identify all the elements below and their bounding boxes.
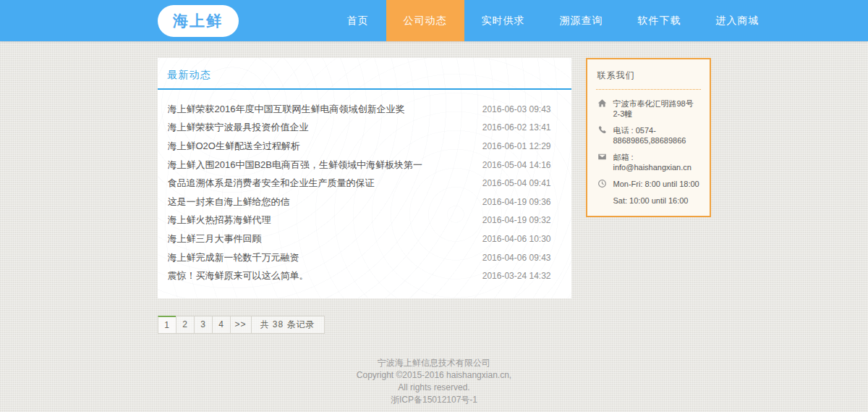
contact-phone-row: 电话 : 0574-88689865,88689866 [596, 125, 701, 146]
news-item-date: 2016-06-01 12:29 [482, 141, 551, 151]
news-item-date: 2016-06-03 09:43 [482, 104, 551, 114]
footer-copyright: Copyright ©2015-2016 haishangxian.cn, [0, 369, 868, 382]
news-item-title[interactable]: 海上鲜O2O生鲜配送全过程解析 [168, 140, 300, 153]
right-column: 联系我们 宁波市奉化汇明路98号2-3幢 电话 : 0574-88689865,… [586, 58, 711, 217]
navbar-inner: 海上鲜 首页 公司动态 实时供求 溯源查询 软件下载 进入商城 [158, 0, 711, 41]
contact-address-row: 宁波市奉化汇明路98号2-3幢 [596, 98, 701, 119]
news-item-title[interactable]: 海上鲜三月大事件回顾 [168, 232, 262, 245]
news-list-item[interactable]: 海上鲜入围2016中国B2B电商百强，生鲜领域中海鲜板块第一 2016-05-0… [158, 156, 571, 175]
news-item-date: 2016-05-04 14:16 [482, 160, 551, 170]
pagination: 1 2 3 4 >> 共 38 条记录 [158, 316, 571, 334]
left-column: 最新动态 海上鲜荣获2016年度中国互联网生鲜电商领域创新企业奖 2016-06… [158, 58, 571, 334]
nav-item-software-download[interactable]: 软件下载 [621, 0, 699, 41]
nav-item-traceability[interactable]: 溯源查询 [542, 0, 621, 41]
news-item-title[interactable]: 海上鲜入围2016中国B2B电商百强，生鲜领域中海鲜板块第一 [168, 159, 423, 172]
contact-phone: 电话 : 0574-88689865,88689866 [613, 125, 701, 146]
news-item-title[interactable]: 这是一封来自海上鲜给您的信 [168, 196, 290, 209]
phone-icon [597, 125, 608, 135]
news-item-date: 2016-04-19 09:36 [482, 197, 551, 207]
page-button-1[interactable]: 1 [158, 316, 176, 334]
contact-hours-row: Mon-Fri: 8:00 until 18:00 [596, 179, 701, 189]
news-item-date: 2016-04-06 09:43 [482, 253, 551, 263]
news-list-item[interactable]: 海上鲜火热招募海鲜代理 2016-04-19 09:32 [158, 211, 571, 230]
contact-address: 宁波市奉化汇明路98号2-3幢 [613, 98, 701, 119]
logo[interactable]: 海上鲜 [158, 5, 239, 37]
footer-rights: All rights reserved. [0, 382, 868, 394]
logo-text: 海上鲜 [173, 11, 223, 31]
news-list: 海上鲜荣获2016年度中国互联网生鲜电商领域创新企业奖 2016-06-03 0… [158, 90, 571, 285]
news-item-title[interactable]: 海上鲜荣获2016年度中国互联网生鲜电商领域创新企业奖 [168, 103, 405, 116]
nav-item-enter-mall[interactable]: 进入商城 [699, 0, 777, 41]
news-item-title[interactable]: 震惊！买海鲜原来可以这么简单。 [168, 269, 309, 282]
news-card-header: 最新动态 [158, 58, 571, 90]
news-list-item[interactable]: 这是一封来自海上鲜给您的信 2016-04-19 09:36 [158, 193, 571, 211]
news-list-item[interactable]: 海上鲜O2O生鲜配送全过程解析 2016-06-01 12:29 [158, 137, 571, 156]
news-list-item[interactable]: 海上鲜荣获宁波最具投资价值企业 2016-06-02 13:41 [158, 119, 571, 138]
top-navbar: 海上鲜 首页 公司动态 实时供求 溯源查询 软件下载 进入商城 [0, 0, 868, 41]
nav-item-home[interactable]: 首页 [330, 0, 386, 41]
news-card: 最新动态 海上鲜荣获2016年度中国互联网生鲜电商领域创新企业奖 2016-06… [158, 58, 571, 298]
content-container: 最新动态 海上鲜荣获2016年度中国互联网生鲜电商领域创新企业奖 2016-06… [158, 58, 711, 334]
footer-icp-license: 浙ICP备15012107号-1 [0, 394, 868, 406]
footer-company-name: 宁波海上鲜信息技术有限公司 [0, 357, 868, 369]
nav-item-company-news[interactable]: 公司动态 [386, 0, 464, 41]
contact-hours-weekday: Mon-Fri: 8:00 until 18:00 [613, 179, 699, 189]
news-list-item[interactable]: 震惊！买海鲜原来可以这么简单。 2016-03-24 14:32 [158, 266, 571, 285]
page-button-4[interactable]: 4 [212, 316, 231, 334]
page-footer: 宁波海上鲜信息技术有限公司 Copyright ©2015-2016 haish… [0, 357, 868, 406]
contact-email: 邮箱 : info@haishangxian.cn [613, 152, 701, 172]
news-item-date: 2016-04-06 10:30 [482, 234, 551, 244]
clock-icon [597, 179, 608, 189]
news-item-title[interactable]: 海上鲜完成新一轮数千万元融资 [168, 251, 299, 264]
contact-email-row: 邮箱 : info@haishangxian.cn [596, 152, 701, 172]
news-list-item[interactable]: 海上鲜三月大事件回顾 2016-04-06 10:30 [158, 230, 571, 248]
news-list-item[interactable]: 海上鲜完成新一轮数千万元融资 2016-04-06 09:43 [158, 248, 571, 267]
contact-card: 联系我们 宁波市奉化汇明路98号2-3幢 电话 : 0574-88689865,… [586, 58, 711, 217]
news-item-title[interactable]: 海上鲜荣获宁波最具投资价值企业 [168, 121, 309, 134]
next-page-button[interactable]: >> [230, 316, 252, 334]
news-item-title[interactable]: 食品追溯体系是消费者安全和企业生产质量的保证 [168, 177, 375, 190]
records-count-label: 共 38 条记录 [251, 316, 325, 334]
nav-item-supply-demand[interactable]: 实时供求 [464, 0, 542, 41]
news-item-date: 2016-05-04 09:41 [482, 178, 551, 188]
news-list-item[interactable]: 食品追溯体系是消费者安全和企业生产质量的保证 2016-05-04 09:41 [158, 174, 571, 193]
contact-hours-saturday: Sat: 10:00 until 16:00 [613, 196, 701, 206]
news-item-title[interactable]: 海上鲜火热招募海鲜代理 [168, 214, 271, 227]
news-item-date: 2016-04-19 09:32 [482, 215, 551, 225]
main-nav: 首页 公司动态 实时供求 溯源查询 软件下载 进入商城 [330, 0, 777, 41]
mail-icon [597, 152, 608, 162]
news-item-date: 2016-06-02 13:41 [482, 122, 551, 133]
home-icon [597, 98, 608, 109]
news-list-item[interactable]: 海上鲜荣获2016年度中国互联网生鲜电商领域创新企业奖 2016-06-03 0… [158, 100, 571, 119]
page-button-2[interactable]: 2 [176, 316, 195, 334]
contact-divider [596, 89, 701, 90]
page-button-3[interactable]: 3 [194, 316, 213, 334]
news-item-date: 2016-03-24 14:32 [482, 271, 551, 281]
contact-card-title: 联系我们 [596, 68, 701, 89]
news-card-title: 最新动态 [168, 69, 211, 80]
